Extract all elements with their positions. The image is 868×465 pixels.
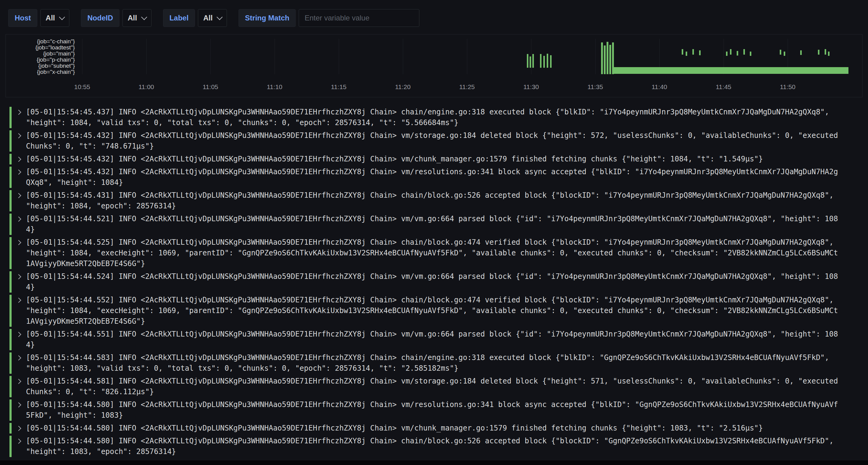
log-volume-bar bbox=[540, 54, 541, 68]
log-row[interactable]: [05-01|15:54:44.583] INFO <2AcRkXTLLtQjv… bbox=[9, 353, 862, 374]
filter-string-match: String Match bbox=[239, 9, 419, 27]
log-row[interactable]: [05-01|15:54:44.552] INFO <2AcRkXTLLtQjv… bbox=[9, 295, 862, 327]
log-level-indicator bbox=[9, 213, 11, 235]
chevron-right-icon bbox=[16, 193, 21, 198]
log-message: [05-01|15:54:44.580] INFO <2AcRkXTLLtQjv… bbox=[26, 399, 838, 421]
log-row[interactable]: [05-01|15:54:45.432] INFO <2AcRkXTLLtQjv… bbox=[9, 167, 862, 188]
chevron-right-icon bbox=[16, 426, 21, 431]
log-volume-bar bbox=[609, 45, 611, 74]
x-axis-tick-label: 11:45 bbox=[716, 83, 732, 91]
log-message: [05-01|15:54:44.583] INFO <2AcRkXTLLtQjv… bbox=[26, 353, 838, 374]
log-volume-bar bbox=[686, 52, 687, 56]
chevron-down-icon bbox=[141, 14, 147, 20]
log-row[interactable]: [05-01|15:54:44.525] INFO <2AcRkXTLLtQjv… bbox=[9, 237, 862, 269]
filter-nodeid-label: NodeID bbox=[81, 9, 119, 27]
log-row[interactable]: [05-01|15:54:44.580] INFO <2AcRkXTLLtQjv… bbox=[9, 399, 862, 421]
chevron-right-icon bbox=[16, 274, 21, 279]
filter-label: Label All bbox=[163, 9, 227, 27]
expand-log-button[interactable] bbox=[11, 213, 26, 235]
expand-log-button[interactable] bbox=[11, 237, 26, 269]
expand-log-button[interactable] bbox=[11, 436, 26, 457]
log-volume-bar bbox=[607, 42, 609, 74]
log-row[interactable]: [05-01|15:54:45.437] INFO <2AcRkXTLLtQjv… bbox=[9, 107, 862, 128]
log-level-indicator bbox=[9, 423, 11, 434]
chevron-right-icon bbox=[16, 439, 21, 444]
x-axis-tick-label: 11:00 bbox=[139, 83, 154, 91]
expand-log-button[interactable] bbox=[11, 399, 26, 421]
chevron-right-icon bbox=[16, 133, 21, 138]
filter-nodeid: NodeID All bbox=[81, 9, 152, 27]
filter-string-match-label: String Match bbox=[239, 9, 296, 27]
filter-nodeid-select[interactable]: All bbox=[122, 9, 152, 27]
gridline bbox=[339, 39, 339, 74]
log-level-indicator bbox=[9, 130, 11, 152]
expand-log-button[interactable] bbox=[11, 353, 26, 374]
filter-host-select[interactable]: All bbox=[40, 9, 69, 27]
gridline bbox=[467, 39, 467, 74]
expand-log-button[interactable] bbox=[11, 376, 26, 397]
log-volume-bar bbox=[604, 45, 606, 74]
expand-log-button[interactable] bbox=[11, 130, 26, 152]
log-message: [05-01|15:54:45.432] INFO <2AcRkXTLLtQjv… bbox=[26, 154, 838, 164]
chevron-right-icon bbox=[16, 240, 21, 245]
log-message: [05-01|15:54:44.525] INFO <2AcRkXTLLtQjv… bbox=[26, 237, 838, 269]
log-row[interactable]: [05-01|15:54:44.580] INFO <2AcRkXTLLtQjv… bbox=[9, 436, 862, 457]
log-message: [05-01|15:54:45.432] INFO <2AcRkXTLLtQjv… bbox=[26, 130, 838, 152]
x-axis-tick-label: 11:30 bbox=[524, 83, 539, 91]
log-row[interactable]: [05-01|15:54:45.432] INFO <2AcRkXTLLtQjv… bbox=[9, 130, 862, 152]
expand-log-button[interactable] bbox=[11, 167, 26, 188]
chevron-down-icon bbox=[217, 14, 223, 20]
chevron-right-icon bbox=[16, 356, 21, 361]
expand-log-button[interactable] bbox=[11, 329, 26, 350]
log-level-indicator bbox=[9, 237, 11, 269]
log-message: [05-01|15:54:45.431] INFO <2AcRkXTLLtQjv… bbox=[26, 190, 838, 211]
log-list: [05-01|15:54:45.437] INFO <2AcRkXTLLtQjv… bbox=[9, 107, 862, 457]
log-row[interactable]: [05-01|15:54:45.431] INFO <2AcRkXTLLtQjv… bbox=[9, 190, 862, 211]
log-volume-bar bbox=[784, 52, 785, 56]
log-volume-bar bbox=[547, 54, 548, 68]
gridline bbox=[146, 39, 147, 74]
log-row[interactable]: [05-01|15:54:44.580] INFO <2AcRkXTLLtQjv… bbox=[9, 423, 862, 434]
expand-log-button[interactable] bbox=[11, 107, 26, 128]
log-row[interactable]: [05-01|15:54:44.551] INFO <2AcRkXTLLtQjv… bbox=[9, 329, 862, 350]
log-volume-bar bbox=[737, 51, 738, 56]
expand-log-button[interactable] bbox=[11, 423, 26, 434]
log-row[interactable]: [05-01|15:54:45.432] INFO <2AcRkXTLLtQjv… bbox=[9, 154, 862, 164]
log-volume-bar bbox=[828, 52, 830, 56]
chevron-right-icon bbox=[16, 298, 21, 303]
log-message: [05-01|15:54:44.580] INFO <2AcRkXTLLtQjv… bbox=[26, 436, 838, 457]
filter-label-value: All bbox=[203, 14, 213, 22]
log-volume-bar bbox=[726, 52, 727, 56]
chevron-right-icon bbox=[16, 332, 21, 337]
log-volume-bar bbox=[818, 50, 819, 55]
expand-log-button[interactable] bbox=[11, 154, 26, 164]
log-volume-bar bbox=[682, 49, 683, 55]
log-row[interactable]: [05-01|15:54:44.524] INFO <2AcRkXTLLtQjv… bbox=[9, 271, 862, 293]
log-message: [05-01|15:54:45.432] INFO <2AcRkXTLLtQjv… bbox=[26, 167, 838, 188]
expand-log-button[interactable] bbox=[11, 190, 26, 211]
expand-log-button[interactable] bbox=[11, 295, 26, 327]
x-axis-tick-label: 11:35 bbox=[588, 83, 603, 91]
gridline bbox=[531, 39, 531, 74]
log-level-indicator bbox=[9, 329, 11, 350]
log-volume-bar bbox=[614, 67, 848, 74]
log-level-indicator bbox=[9, 399, 11, 421]
string-match-input[interactable] bbox=[299, 9, 419, 27]
filter-nodeid-value: All bbox=[128, 14, 137, 22]
log-volume-bar bbox=[699, 51, 701, 55]
chevron-right-icon bbox=[16, 170, 21, 175]
log-message: [05-01|15:54:44.524] INFO <2AcRkXTLLtQjv… bbox=[26, 271, 838, 293]
x-axis-tick-label: 11:40 bbox=[652, 83, 667, 91]
filter-host-label: Host bbox=[8, 9, 37, 27]
log-volume-plot: 10:5511:0011:0511:1011:1511:2011:2511:30… bbox=[6, 34, 862, 97]
x-axis-tick-label: 11:05 bbox=[203, 83, 218, 91]
log-volume-bar bbox=[730, 49, 732, 55]
log-row[interactable]: [05-01|15:54:44.521] INFO <2AcRkXTLLtQjv… bbox=[9, 213, 862, 235]
filter-label-select[interactable]: All bbox=[198, 9, 227, 27]
expand-log-button[interactable] bbox=[11, 271, 26, 293]
filter-label-label: Label bbox=[163, 9, 195, 27]
filter-host-value: All bbox=[45, 14, 55, 22]
log-row[interactable]: [05-01|15:54:44.581] INFO <2AcRkXTLLtQjv… bbox=[9, 376, 862, 397]
log-level-indicator bbox=[9, 295, 11, 327]
log-volume-bar bbox=[780, 50, 781, 55]
